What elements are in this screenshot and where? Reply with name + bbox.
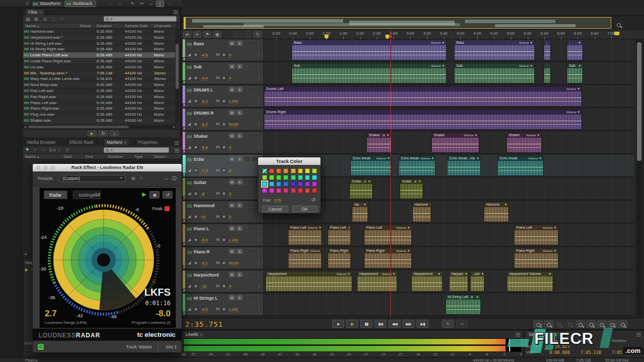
scroll-left-icon[interactable]: ◀ [24, 252, 27, 255]
trash-icon[interactable]: ✕ [33, 147, 37, 153]
track-lane[interactable]: Drums LeftVolume ▼ [264, 85, 634, 108]
close-icon[interactable]: × [200, 332, 203, 337]
navigator-view-frame[interactable] [184, 17, 611, 29]
clip-volume-control[interactable]: ▼ [476, 156, 479, 161]
monitor-input-button[interactable]: I [252, 64, 258, 69]
color-swatch[interactable] [312, 188, 317, 193]
track-color-square[interactable] [183, 104, 186, 107]
track-lane[interactable]: Piano LeftVolume ▼Piano Left ..ne▼Piano … [264, 224, 634, 246]
zoom-out-amplitude-button[interactable]: - [618, 320, 627, 328]
audio-clip[interactable]: Piano Right▼ [328, 248, 351, 268]
volume-knob[interactable] [194, 168, 198, 173]
effects-toggle-icon[interactable]: fx [193, 31, 201, 38]
color-swatch[interactable] [305, 175, 310, 180]
clip-volume-control[interactable]: ▼ [481, 272, 484, 277]
clip-volume-control[interactable]: Volume ▼ [542, 225, 556, 230]
pan-knob[interactable] [222, 53, 226, 57]
audio-clip[interactable]: Piano RightVolume ▼ [364, 248, 412, 268]
delete-preset-icon[interactable]: ✕ [139, 175, 143, 182]
audio-clip[interactable]: Piano RightVolume ▼ [514, 248, 558, 268]
color-swatch[interactable] [291, 182, 296, 187]
scrollbar-thumb[interactable] [28, 126, 129, 128]
multitrack-view-button[interactable]: Multitrack [64, 1, 96, 7]
play-button[interactable]: ▶ [346, 320, 358, 328]
audio-clip[interactable]: Ha..▼ [352, 202, 368, 222]
pan-value[interactable]: 0 [229, 76, 231, 81]
color-swatch[interactable] [298, 175, 303, 180]
io-button[interactable]: ▯ [258, 260, 260, 265]
close-icon[interactable]: × [559, 332, 561, 337]
arm-record-button[interactable]: R [244, 87, 250, 92]
track-header[interactable]: HarpsichordMSRI◢-12⋈0▯ [183, 270, 263, 293]
history-play-icon[interactable]: ▶ [25, 267, 28, 272]
arm-record-button[interactable]: R [244, 156, 250, 161]
zoom-out-point-button[interactable]: - [544, 320, 553, 328]
audio-clip[interactable]: Guitar ..e▼ [350, 178, 373, 199]
time-value[interactable]: 7:05.138 [581, 350, 612, 356]
preview-play-button[interactable]: ▶ [88, 131, 97, 136]
color-swatch[interactable] [283, 188, 288, 193]
tab-properties[interactable]: Properties [135, 139, 160, 145]
tab-effects-rack[interactable]: Effects Rack [66, 139, 97, 145]
track-lane[interactable]: Hi String Left ..e▼ [264, 294, 634, 316]
solo-button[interactable]: S [236, 156, 243, 161]
color-swatch[interactable] [312, 175, 317, 180]
color-swatch[interactable] [276, 182, 281, 187]
arm-record-button[interactable]: R [244, 64, 250, 69]
mute-button[interactable]: M [229, 41, 235, 46]
arm-record-button[interactable]: R [244, 203, 250, 208]
volume-value[interactable]: -8 [201, 192, 204, 197]
monitor-input-button[interactable]: I [252, 226, 258, 231]
panel-view-icon[interactable]: ▭ [116, 1, 124, 7]
color-swatch[interactable] [269, 168, 274, 173]
mute-button[interactable]: M [229, 272, 235, 277]
column-header[interactable]: Descri [154, 154, 181, 160]
filter-icon[interactable] [175, 148, 179, 152]
arm-record-button[interactable]: R [244, 179, 250, 185]
zoom-full-button[interactable] [576, 320, 585, 328]
panel-menu-icon[interactable] [636, 332, 641, 336]
solo-button[interactable]: S [236, 41, 243, 46]
mute-button[interactable]: M [229, 226, 235, 231]
audio-clip[interactable]: BassVolume ▼ [454, 40, 535, 60]
color-swatch[interactable] [262, 168, 267, 173]
volume-knob[interactable] [194, 238, 198, 242]
loop-icon[interactable]: ↻ [254, 31, 262, 38]
track-header[interactable]: HammondMSRI◢+0⋈0▯ [183, 201, 263, 223]
insert-icon[interactable]: ↥ [57, 147, 61, 153]
add-marker-icon[interactable]: ⚑ [25, 147, 29, 153]
track-header[interactable]: DRUMS LMSRI◢-6.2⋈L100▯ [183, 85, 263, 108]
color-swatch[interactable] [276, 175, 281, 180]
pan-value[interactable]: L100 [229, 99, 238, 104]
timeline-ruler[interactable]: 0:200:401:001:201:402:002:202:403:003:20… [263, 30, 634, 39]
clip-volume-control[interactable]: Volume ▼ [381, 272, 395, 277]
panel-menu-icon[interactable] [175, 141, 179, 145]
audio-clip[interactable]: ..▼ [567, 40, 583, 60]
clip-volume-control[interactable]: Volume ▼ [396, 248, 410, 253]
monitor-input-button[interactable]: I [252, 295, 258, 300]
track-color-square[interactable] [183, 219, 186, 222]
audio-clip[interactable]: Guitar ..e▼ [400, 178, 423, 199]
playhead[interactable] [390, 31, 391, 317]
track-name[interactable]: Sub [194, 64, 202, 69]
io-button[interactable]: ▯ [258, 307, 260, 311]
preset-dropdown[interactable]: ▼(Custom) [60, 175, 125, 182]
clip-volume-control[interactable]: ▼ [418, 179, 421, 184]
color-swatch[interactable] [291, 168, 296, 173]
window-title-bar[interactable]: Rack Effect - Loudness Radar EN [33, 164, 182, 171]
files-column-header[interactable]: Name ▲StatusDurationSample RateChannels [23, 23, 176, 29]
zoom-in-point-button[interactable]: + [533, 320, 543, 328]
arm-record-button[interactable]: R [244, 249, 250, 254]
audio-clip[interactable]: Hamond▼ [484, 202, 509, 222]
clip-volume-control[interactable]: Volume ▼ [431, 63, 445, 68]
volume-knob[interactable] [194, 307, 198, 312]
clip-volume-control[interactable]: Volume ▼ [396, 225, 410, 230]
color-swatch[interactable] [305, 168, 310, 173]
track-color-square[interactable] [183, 312, 186, 315]
volume-knob[interactable] [194, 284, 198, 289]
pan-value[interactable]: 0 [229, 284, 231, 289]
color-swatch[interactable] [305, 188, 310, 193]
time-value[interactable]: 1:19.027 [549, 344, 581, 350]
color-swatch[interactable] [269, 175, 274, 180]
clip-volume-control[interactable]: ▼ [548, 272, 551, 277]
